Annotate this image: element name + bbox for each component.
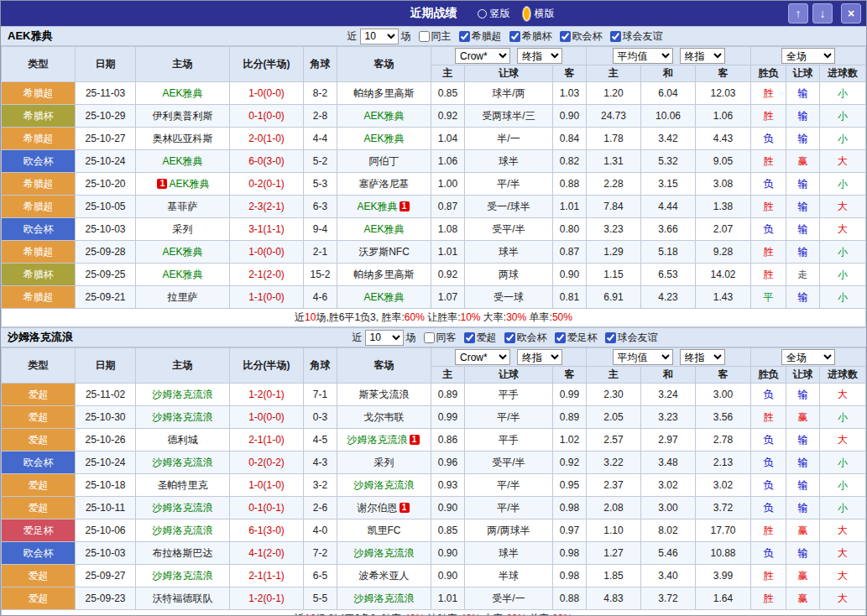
league-checkbox[interactable]: 球会友谊 — [605, 331, 658, 345]
match-row[interactable]: 欧会杯 25-10-24 沙姆洛克流浪 0-2(0-2) 4-3 采列 0.96… — [2, 452, 866, 474]
scope-select[interactable]: 全场 — [781, 349, 835, 365]
vertical-layout-radio[interactable]: 竖版 — [478, 7, 510, 21]
euro-odds-select-cell: 平均值 终指 — [587, 47, 751, 65]
handicap-away-odds-cell: 0.98 — [553, 542, 587, 565]
bookmaker-select[interactable]: Crow* — [455, 349, 510, 365]
away-team-name: 沙姆洛克流浪 — [354, 593, 415, 604]
scroll-up-button[interactable]: ↑ — [788, 3, 808, 23]
column-header: 比分(半场) — [230, 348, 304, 384]
match-row[interactable]: 希腊超 25-09-28 AEK雅典 1-0(0-0) 2-1 沃罗斯NFC 1… — [2, 241, 866, 264]
result-goals-cell: 大 — [820, 542, 866, 565]
date-cell: 25-10-24 — [76, 150, 136, 173]
match-row[interactable]: 希腊超 25-11-03 AEK雅典 1-0(0-0) 8-2 帕纳多里高斯 0… — [2, 82, 866, 105]
checkbox-input[interactable] — [424, 332, 435, 343]
handicap-away-odds-cell: 0.98 — [553, 565, 587, 587]
euro-home-odds-cell: 2.08 — [587, 497, 641, 519]
corner-cell: 7-2 — [304, 542, 337, 565]
bookmaker-select[interactable]: Crow* — [455, 48, 510, 64]
league-cell: 欧会杯 — [2, 150, 76, 173]
match-row[interactable]: 希腊超 25-10-27 奥林匹亚科斯 2-0(1-0) 4-4 AEK雅典 1… — [2, 128, 866, 150]
away-team-cell: 塞萨洛尼基 — [337, 173, 431, 196]
result-goals-cell: 大 — [820, 519, 866, 542]
column-header: 类型 — [2, 348, 76, 384]
league-checkbox[interactable]: 欧会杯 — [504, 331, 547, 345]
checkbox-input[interactable] — [605, 332, 616, 343]
checkbox-input[interactable] — [560, 31, 571, 42]
final-odds-select[interactable]: 终指 — [517, 48, 562, 64]
matches-label: 场 — [401, 29, 411, 44]
league-checkbox[interactable]: 欧会杯 — [560, 29, 603, 44]
match-row[interactable]: 爱超 25-10-30 沙姆洛克流浪 1-0(0-0) 0-3 戈尔韦联 0.9… — [2, 406, 866, 429]
date-cell: 25-10-26 — [76, 429, 136, 452]
match-row[interactable]: 欧会杯 25-10-03 布拉格斯巴达 4-1(2-0) 7-2 沙姆洛克流浪 … — [2, 542, 866, 565]
average-odds-select[interactable]: 平均值 — [613, 48, 673, 64]
summary-segment: 60% — [405, 311, 425, 323]
match-row[interactable]: 希腊超 25-10-05 基菲萨 2-3(2-1) 6-3 AEK雅典1 0.8… — [2, 196, 866, 218]
match-row[interactable]: 爱超 25-10-18 圣帕特里克 1-0(1-0) 3-2 沙姆洛克流浪 0.… — [2, 474, 866, 497]
checkbox-input[interactable] — [509, 31, 520, 42]
match-row[interactable]: 希腊杯 25-10-29 伊利奥普利斯 0-1(0-0) 2-8 AEK雅典 0… — [2, 105, 866, 128]
league-cell: 欧会杯 — [2, 542, 76, 565]
checkbox-input[interactable] — [419, 31, 430, 42]
handicap-away-odds-cell: 0.82 — [553, 150, 587, 173]
match-row[interactable]: 欧会杯 25-10-24 AEK雅典 6-0(3-0) 5-2 阿伯丁 1.06… — [2, 150, 866, 173]
home-team-cell: 沃特福德联队 — [136, 587, 230, 610]
handicap-line-cell: 受平/半 — [465, 218, 553, 241]
away-team-name: AEK雅典 — [363, 223, 404, 235]
match-row[interactable]: 爱超 25-10-26 德利城 2-1(1-0) 4-5 沙姆洛克流浪1 0.8… — [2, 429, 866, 452]
scroll-down-button[interactable]: ↓ — [812, 3, 833, 23]
match-count-select[interactable]: 10 — [365, 330, 404, 346]
close-button[interactable]: × — [841, 3, 861, 23]
result-handicap-cell: 输 — [786, 452, 820, 474]
final-odds-select[interactable]: 终指 — [517, 349, 562, 365]
home-team-cell: 采列 — [136, 218, 230, 241]
corner-cell: 4-6 — [304, 286, 337, 309]
checkbox-input[interactable] — [459, 31, 470, 42]
checkbox-input[interactable] — [555, 332, 566, 343]
date-cell: 25-09-28 — [76, 241, 136, 264]
match-row[interactable]: 希腊超 25-10-20 1AEK雅典 0-2(0-1) 5-3 塞萨洛尼基 1… — [2, 173, 866, 196]
handicap-home-odds-cell: 0.85 — [431, 82, 465, 105]
away-team-name: 沙姆洛克流浪 — [354, 479, 415, 491]
away-team-cell: 阿伯丁 — [337, 150, 431, 173]
horizontal-layout-radio[interactable]: 横版 — [522, 6, 555, 22]
same-venue-checkbox[interactable]: 同主 — [419, 29, 452, 44]
handicap-away-odds-cell: 0.99 — [553, 384, 587, 406]
checkbox-input[interactable] — [504, 332, 515, 343]
match-row[interactable]: 爱超 25-10-11 沙姆洛克流浪 0-1(0-1) 2-6 谢尔伯恩1 0.… — [2, 497, 866, 519]
final-odds-select[interactable]: 终指 — [680, 349, 725, 365]
match-count-select[interactable]: 10 — [360, 29, 399, 44]
match-row[interactable]: 希腊杯 25-09-25 AEK雅典 2-1(2-0) 15-2 帕纳多里高斯 … — [2, 264, 866, 286]
stats-table: 类型 日期 主场 比分(半场) 角球 客场 Crow* 终指 平均值 — [1, 347, 866, 616]
scope-select[interactable]: 全场 — [781, 48, 835, 64]
corner-cell: 2-8 — [304, 105, 337, 128]
match-row[interactable]: 爱超 25-09-23 沃特福德联队 1-2(0-1) 5-5 沙姆洛克流浪 1… — [2, 587, 866, 610]
euro-away-odds-cell: 3.00 — [696, 384, 751, 406]
euro-draw-odds-cell: 8.02 — [641, 519, 696, 542]
average-odds-select[interactable]: 平均值 — [613, 349, 673, 365]
same-venue-checkbox[interactable]: 同客 — [424, 331, 457, 345]
matches-label: 场 — [406, 331, 416, 345]
summary-segment: 10 — [305, 311, 316, 323]
date-cell: 25-10-20 — [76, 173, 136, 196]
euro-away-odds-cell: 12.03 — [696, 82, 751, 105]
checkbox-input[interactable] — [610, 31, 621, 42]
match-row[interactable]: 希腊超 25-09-21 拉里萨 1-1(0-0) 4-6 AEK雅典 1.07… — [2, 286, 866, 309]
match-row[interactable]: 爱超 25-09-27 沙姆洛克流浪 2-1(1-1) 6-5 波希米亚人 0.… — [2, 565, 866, 587]
match-row[interactable]: 欧会杯 25-10-03 采列 3-1(1-1) 9-4 AEK雅典 1.08 … — [2, 218, 866, 241]
final-odds-select[interactable]: 终指 — [680, 48, 725, 64]
handicap-home-odds-cell: 0.87 — [431, 196, 465, 218]
date-cell: 25-10-03 — [76, 542, 136, 565]
date-cell: 25-10-24 — [76, 452, 136, 474]
summary-text: 近10场,胜4平0负6, 胜率:40% 让胜率:40% 大率:60% 单率:90… — [2, 610, 866, 616]
league-checkbox[interactable]: 爱超 — [464, 331, 497, 345]
league-checkbox[interactable]: 希腊超 — [459, 29, 502, 44]
league-checkbox[interactable]: 球会友谊 — [610, 29, 663, 44]
match-row[interactable]: 爱足杯 25-10-06 沙姆洛克流浪 6-1(3-0) 4-0 凯里FC 0.… — [2, 519, 866, 542]
score-cell: 0-1(0-1) — [230, 497, 304, 519]
match-row[interactable]: 爱超 25-11-02 沙姆洛克流浪 1-2(0-1) 7-1 斯莱戈流浪 0.… — [2, 384, 866, 406]
league-checkbox[interactable]: 爱足杯 — [555, 331, 598, 345]
checkbox-input[interactable] — [464, 332, 475, 343]
league-checkbox[interactable]: 希腊杯 — [509, 29, 552, 44]
result-winloss-cell: 负 — [751, 497, 786, 519]
